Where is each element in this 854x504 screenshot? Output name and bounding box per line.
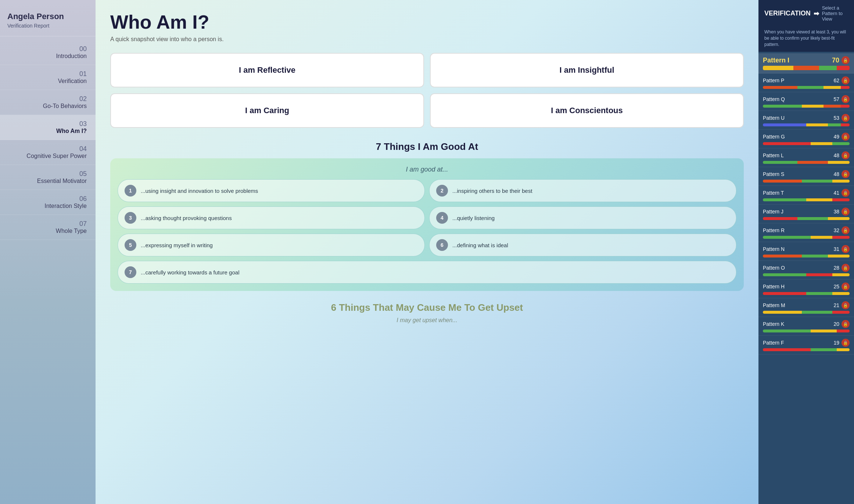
bar-segment <box>828 161 850 164</box>
good-at-grid: 1 ...using insight and innovation to sol… <box>118 179 736 284</box>
pattern-list: Pattern I 70 🔒 Pattern P 62 🔒 Pattern Q <box>758 52 854 504</box>
bar-segment <box>806 198 832 201</box>
bar-segment <box>763 292 806 295</box>
lock-icon: 🔒 <box>842 189 850 197</box>
trait-card-1[interactable]: I am Insightful <box>430 53 744 87</box>
good-at-item-5: 5 ...expressing myself in writing <box>118 234 425 256</box>
sidebar-item-go-to-behaviors[interactable]: 02 Go-To Behaviors <box>0 90 96 115</box>
pattern-bar <box>763 292 850 295</box>
sidebar-item-essential-motivator[interactable]: 05 Essential Motivator <box>0 165 96 190</box>
nav-label: Cognitive Super Power <box>26 153 87 159</box>
pattern-score-area: 21 🔒 <box>833 301 850 309</box>
pattern-row: Pattern H 25 🔒 <box>763 282 850 291</box>
bar-segment <box>832 142 850 145</box>
pattern-name: Pattern T <box>763 190 784 196</box>
bar-segment <box>828 255 850 258</box>
nav-num: 07 <box>79 220 87 228</box>
pattern-item-pattern-p[interactable]: Pattern P 62 🔒 <box>758 73 854 92</box>
pattern-item-pattern-k[interactable]: Pattern K 20 🔒 <box>758 317 854 336</box>
pattern-score-area: 41 🔒 <box>833 189 850 197</box>
pattern-row: Pattern L 48 🔒 <box>763 151 850 159</box>
bar-segment <box>802 311 832 314</box>
bar-segment <box>806 123 828 126</box>
good-at-title: 7 Things I Am Good At <box>110 141 744 152</box>
item-text: ...using insight and innovation to solve… <box>141 188 258 194</box>
pattern-score-area: 20 🔒 <box>833 320 850 328</box>
bar-segment <box>811 236 832 239</box>
item-number: 6 <box>436 239 448 251</box>
bar-segment <box>797 86 824 89</box>
pattern-name: Pattern G <box>763 134 785 140</box>
pattern-score: 62 <box>833 78 839 83</box>
pattern-item-pattern-u[interactable]: Pattern U 53 🔒 <box>758 111 854 130</box>
sidebar-item-introduction[interactable]: 00 Introduction <box>0 40 96 65</box>
pattern-score: 20 <box>833 321 839 327</box>
nav-num: 05 <box>79 170 87 178</box>
pattern-name: Pattern H <box>763 284 785 289</box>
pattern-item-pattern-n[interactable]: Pattern N 31 🔒 <box>758 242 854 261</box>
bar-segment <box>832 273 850 276</box>
pattern-item-pattern-f[interactable]: Pattern F 19 🔒 <box>758 336 854 354</box>
sidebar: Angela Person Verification Report 00 Int… <box>0 0 96 504</box>
pattern-bar <box>763 86 850 89</box>
bar-segment <box>802 255 828 258</box>
item-text: ...inspiring others to be their best <box>452 188 532 194</box>
sidebar-item-who-am-i?[interactable]: 03 Who Am I? <box>0 115 96 140</box>
sidebar-item-interaction-style[interactable]: 06 Interaction Style <box>0 190 96 215</box>
pattern-score-area: 32 🔒 <box>833 226 850 234</box>
pattern-bar <box>763 161 850 164</box>
pattern-name: Pattern K <box>763 321 784 327</box>
page-title: Who Am I? <box>110 11 744 33</box>
bar-segment <box>841 86 850 89</box>
bar-segment <box>793 66 819 70</box>
pattern-score: 25 <box>833 284 839 289</box>
nav-num: 03 <box>79 120 87 128</box>
page-subtitle: A quick snapshot view into who a person … <box>110 36 744 43</box>
sidebar-item-verification[interactable]: 01 Verification <box>0 65 96 90</box>
bar-segment <box>828 217 850 220</box>
lock-icon: 🔒 <box>842 226 850 234</box>
pattern-item-pattern-t[interactable]: Pattern T 41 🔒 <box>758 186 854 205</box>
pattern-item-pattern-o[interactable]: Pattern O 28 🔒 <box>758 261 854 280</box>
item-number: 4 <box>436 212 448 224</box>
pattern-row: Pattern S 48 🔒 <box>763 170 850 178</box>
bar-segment <box>819 66 836 70</box>
pattern-score: 31 <box>833 246 839 252</box>
good-at-item-3: 3 ...asking thought provoking questions <box>118 206 425 229</box>
pattern-item-pattern-i[interactable]: Pattern I 70 🔒 <box>758 53 854 73</box>
pattern-score: 57 <box>833 96 839 102</box>
good-at-item-4: 4 ...quietly listening <box>429 206 736 229</box>
trait-card-3[interactable]: I am Conscientous <box>430 93 744 128</box>
trait-card-2[interactable]: I am Caring <box>110 93 424 128</box>
sidebar-item-cognitive-super-power[interactable]: 04 Cognitive Super Power <box>0 140 96 165</box>
pattern-bar <box>763 255 850 258</box>
verification-arrow: ➡ <box>814 10 819 18</box>
lock-icon: 🔒 <box>842 95 850 103</box>
pattern-row: Pattern U 53 🔒 <box>763 114 850 122</box>
bar-segment <box>763 255 802 258</box>
pattern-bar <box>763 142 850 145</box>
item-number: 1 <box>125 185 136 197</box>
sidebar-item-whole-type[interactable]: 07 Whole Type <box>0 215 96 240</box>
pattern-score-area: 70 🔒 <box>832 56 850 64</box>
pattern-score: 70 <box>832 57 839 64</box>
pattern-item-pattern-m[interactable]: Pattern M 21 🔒 <box>758 298 854 317</box>
item-text: ...defining what is ideal <box>452 242 508 248</box>
pattern-item-pattern-q[interactable]: Pattern Q 57 🔒 <box>758 92 854 111</box>
pattern-bar <box>763 236 850 239</box>
pattern-item-pattern-g[interactable]: Pattern G 49 🔒 <box>758 130 854 148</box>
bar-segment <box>802 180 832 183</box>
pattern-score: 53 <box>833 115 839 121</box>
pattern-bar <box>763 348 850 351</box>
bar-segment <box>824 105 841 108</box>
lock-icon: 🔒 <box>842 151 850 159</box>
pattern-item-pattern-s[interactable]: Pattern S 48 🔒 <box>758 167 854 186</box>
good-at-item-2: 2 ...inspiring others to be their best <box>429 179 736 202</box>
pattern-item-pattern-l[interactable]: Pattern L 48 🔒 <box>758 148 854 167</box>
pattern-item-pattern-h[interactable]: Pattern H 25 🔒 <box>758 280 854 298</box>
pattern-item-pattern-j[interactable]: Pattern J 38 🔒 <box>758 205 854 223</box>
pattern-item-pattern-r[interactable]: Pattern R 32 🔒 <box>758 223 854 242</box>
pattern-name: Pattern S <box>763 171 784 177</box>
trait-card-0[interactable]: I am Reflective <box>110 53 424 87</box>
bar-segment <box>811 330 837 332</box>
